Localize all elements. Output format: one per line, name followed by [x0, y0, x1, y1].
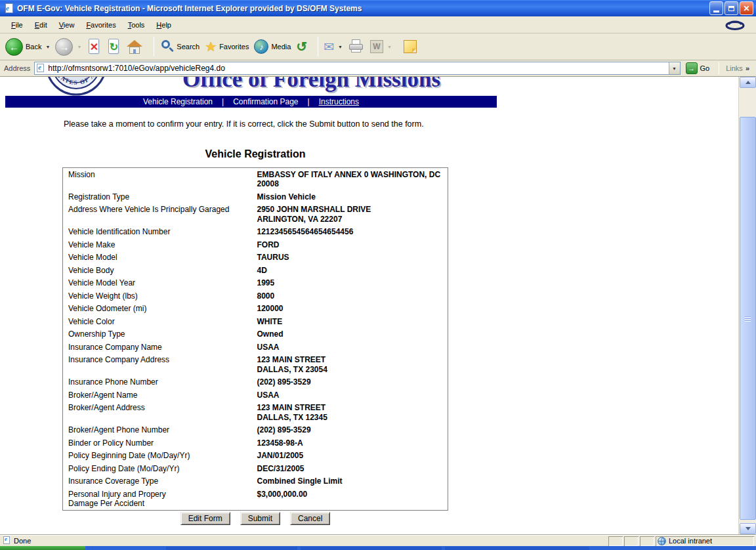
- vertical-scrollbar[interactable]: [738, 77, 756, 535]
- form-buttons: Edit Form Submit Cancel: [62, 512, 448, 525]
- back-button[interactable]: ← Back ▼: [5, 38, 50, 56]
- confirmation-table-body: Mission EMBASSY OF ITALY ANNEX 0 WASHING…: [63, 168, 448, 511]
- history-icon: ↺: [296, 40, 307, 53]
- taskbar-button-fragment[interactable]: [445, 547, 589, 550]
- confirmation-table: Mission EMBASSY OF ITALY ANNEX 0 WASHING…: [62, 167, 448, 511]
- field-label: Ownership Type: [63, 328, 257, 341]
- scroll-down-button[interactable]: [740, 523, 756, 534]
- favorites-star-icon: ★: [205, 39, 217, 54]
- banner-title: Office of Foreign Missions: [182, 77, 440, 93]
- search-button[interactable]: Search: [159, 39, 200, 54]
- table-row: Vehicle Odometer (mi) 120000: [63, 303, 448, 316]
- home-button[interactable]: [126, 38, 143, 55]
- mail-dropdown-icon[interactable]: ▼: [338, 45, 343, 49]
- history-button[interactable]: ↺: [296, 40, 307, 53]
- scrollbar-thumb[interactable]: [740, 117, 756, 520]
- table-row: Mission EMBASSY OF ITALY ANNEX 0 WASHING…: [63, 168, 448, 191]
- table-row: Binder or Policy Number 123458-98-A: [63, 436, 448, 450]
- go-button[interactable]: Go: [700, 64, 710, 72]
- table-row: Insurance Phone Number (202) 895-3529: [63, 376, 448, 389]
- stop-button[interactable]: ✕: [87, 38, 101, 56]
- taskbar-button-fragment[interactable]: [301, 547, 442, 550]
- table-row: Policy Ending Date (Mo/Day/Yr) DEC/31/20…: [63, 462, 448, 475]
- table-row: Vehicle Make FORD: [63, 238, 448, 251]
- cancel-button[interactable]: Cancel: [290, 512, 330, 525]
- field-label: Vehicle Model Year: [63, 277, 257, 290]
- intranet-globe-icon: [658, 537, 666, 545]
- media-button[interactable]: ♪ Media: [254, 39, 291, 54]
- address-dropdown-button[interactable]: ▼: [669, 62, 680, 74]
- nav-instructions-link[interactable]: Instructions: [319, 97, 359, 106]
- scroll-up-button[interactable]: [740, 77, 756, 88]
- field-label: Broker/Agent Phone Number: [63, 424, 257, 437]
- menu-view[interactable]: View: [53, 19, 81, 31]
- menu-file[interactable]: File: [5, 19, 29, 31]
- table-row: Broker/Agent Phone Number (202) 895-3529: [63, 424, 448, 437]
- start-button-fragment[interactable]: [0, 546, 85, 550]
- field-value: DEC/31/2005: [257, 462, 448, 475]
- table-row: Vehicle Model TAURUS: [63, 251, 448, 264]
- favorites-label: Favorites: [219, 43, 249, 51]
- department-seal: STATES OF AM: [45, 77, 108, 96]
- field-value: 123 MAIN STREET DALLAS, TX 23054: [257, 354, 448, 376]
- address-input[interactable]: e http://ofmsntsorw1:7010/eGov/app/vehic…: [34, 62, 680, 75]
- field-label: Vehicle Body: [63, 264, 257, 277]
- page-title: Vehicle Registration: [62, 148, 448, 160]
- links-chevron-icon[interactable]: »: [746, 64, 749, 72]
- home-icon: [126, 38, 143, 55]
- field-label: Policy Ending Date (Mo/Day/Yr): [63, 462, 257, 475]
- note-icon: [404, 40, 417, 53]
- menu-favorites[interactable]: Favorites: [80, 19, 121, 31]
- submit-button[interactable]: Submit: [240, 512, 280, 525]
- field-label: Insurance Company Name: [63, 341, 257, 354]
- edit-with-word-button[interactable]: W ▼: [370, 40, 392, 53]
- table-row: Vehicle Weight (lbs) 8000: [63, 289, 448, 303]
- menu-edit[interactable]: Edit: [29, 19, 53, 31]
- restore-icon: [728, 6, 734, 11]
- taskbar-sliver: [0, 546, 756, 550]
- address-bar: Address e http://ofmsntsorw1:7010/eGov/a…: [0, 60, 756, 77]
- back-dropdown-icon[interactable]: ▼: [45, 45, 50, 49]
- menu-help[interactable]: Help: [150, 19, 177, 31]
- minimize-button[interactable]: [709, 1, 723, 15]
- address-label: Address: [4, 64, 30, 72]
- toolbar-separator: [154, 37, 154, 56]
- stop-icon: ✕: [87, 38, 101, 56]
- field-value: 120000: [257, 303, 448, 316]
- field-label: Vehicle Model: [63, 251, 257, 264]
- field-label: Broker/Agent Name: [63, 389, 257, 402]
- field-label: Binder or Policy Number: [63, 436, 257, 450]
- menu-tools[interactable]: Tools: [122, 19, 151, 31]
- forward-button[interactable]: → ▼: [55, 38, 81, 56]
- scroll-up-icon: [746, 81, 751, 84]
- field-label: Mission: [63, 168, 257, 191]
- field-value: 4D: [257, 264, 448, 277]
- favorites-button[interactable]: ★ Favorites: [205, 39, 249, 54]
- mail-button[interactable]: ✉ ▼: [324, 39, 343, 54]
- go-icon[interactable]: →: [686, 62, 698, 74]
- field-label: Policy Beginning Date (Mo/Day/Yr): [63, 450, 257, 463]
- forward-icon: →: [55, 38, 73, 56]
- field-label: Vehicle Odometer (mi): [63, 303, 257, 316]
- field-label: Broker/Agent Address: [63, 402, 257, 424]
- field-label: Registration Type: [63, 190, 257, 203]
- refresh-button[interactable]: ↻: [106, 38, 121, 56]
- discuss-button[interactable]: [404, 40, 417, 53]
- title-bar: e OFM E-Gov: Vehicle Registration - Micr…: [0, 0, 756, 16]
- taskbar-button-fragment[interactable]: [166, 547, 297, 550]
- nav-confirmation-page[interactable]: Confirmation Page: [233, 97, 298, 106]
- security-zone-label: Local intranet: [669, 537, 712, 545]
- field-value: 1995: [257, 277, 448, 290]
- links-label[interactable]: Links: [726, 64, 743, 72]
- restore-button[interactable]: [724, 1, 738, 15]
- field-label: Personal Injury and Propery Damage Per A…: [63, 488, 257, 511]
- edit-form-button[interactable]: Edit Form: [180, 512, 230, 525]
- close-button[interactable]: ✕: [740, 1, 753, 15]
- mail-icon: ✉: [324, 39, 334, 54]
- field-value: Combined Single Limit: [257, 475, 448, 488]
- search-icon: [159, 39, 174, 54]
- back-icon: ←: [5, 38, 23, 56]
- nav-vehicle-registration[interactable]: Vehicle Registration: [143, 97, 213, 106]
- search-label: Search: [177, 43, 200, 51]
- print-button[interactable]: [348, 39, 365, 54]
